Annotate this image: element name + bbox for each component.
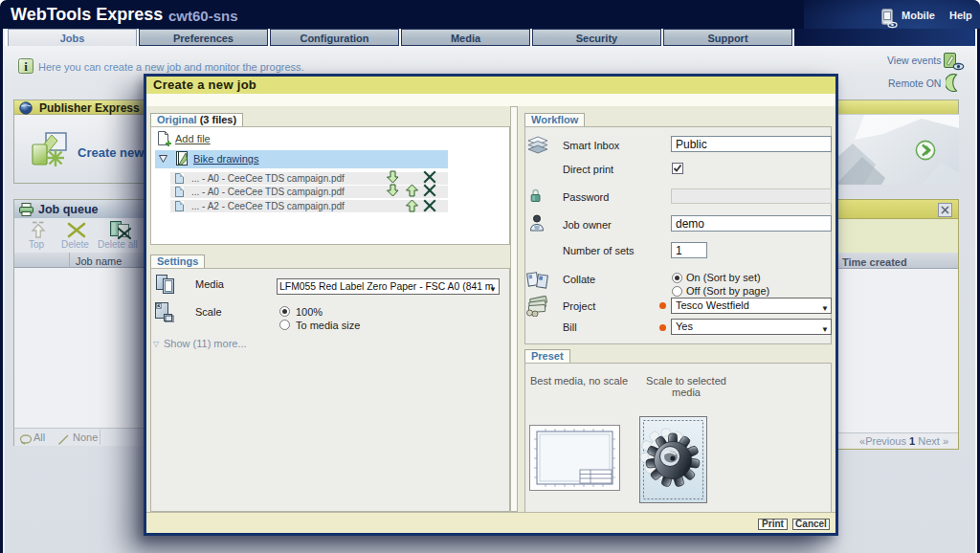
svg-text:i: i: [24, 59, 28, 74]
